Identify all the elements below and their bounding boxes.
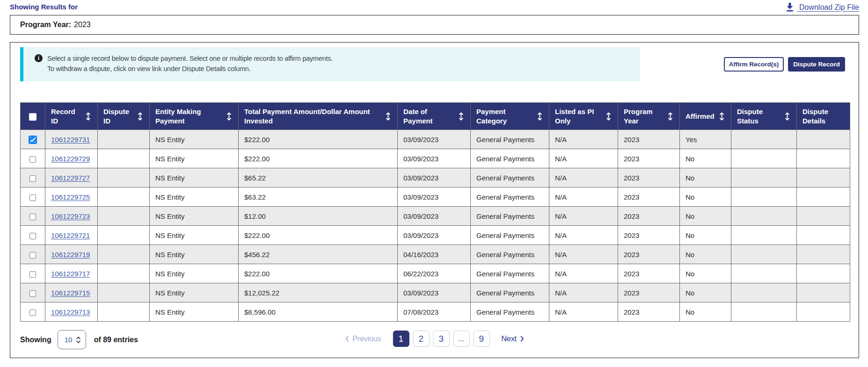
sort-icon[interactable]	[719, 112, 724, 121]
sort-icon[interactable]	[668, 112, 673, 121]
column-header-category[interactable]: Payment Category	[471, 103, 549, 130]
program_year-cell: 2023	[618, 283, 680, 302]
record-id-cell: 1061229725	[45, 187, 98, 207]
listed_pi-cell: N/A	[549, 264, 618, 283]
row-checkbox[interactable]	[29, 175, 36, 182]
column-header-program_year[interactable]: Program Year	[618, 103, 680, 130]
sort-icon[interactable]	[606, 112, 611, 121]
dispute_id-cell	[98, 264, 150, 283]
record-id-cell: 1061229717	[45, 264, 98, 283]
record-id-link[interactable]: 1061229729	[51, 155, 90, 163]
column-header-entity[interactable]: Entity Making Payment	[150, 103, 239, 130]
table-footer: Showing 10 of 89 entries Previous 123...…	[20, 330, 849, 349]
listed_pi-cell: N/A	[549, 302, 618, 322]
record-id-cell: 1061229715	[45, 283, 98, 302]
pagination-page-3[interactable]: 3	[433, 331, 449, 347]
date-cell: 03/09/2023	[398, 226, 471, 245]
amount-cell: $12.00	[239, 207, 398, 226]
listed_pi-cell: N/A	[549, 283, 618, 302]
column-header-label: Program Year	[624, 107, 661, 126]
dispute-record-button[interactable]: Dispute Record	[788, 57, 845, 72]
column-header-affirmed[interactable]: Affirmed	[680, 103, 731, 130]
download-zip-link[interactable]: Download Zip File	[786, 3, 859, 12]
sort-icon[interactable]	[86, 112, 91, 121]
column-header-label: Record ID	[51, 107, 79, 126]
row-checkbox[interactable]	[29, 194, 36, 201]
dispute_details-cell	[797, 187, 850, 207]
record-id-link[interactable]: 1061229715	[51, 289, 90, 297]
program-year-label: Program Year:	[20, 21, 71, 29]
record-id-cell: 1061229727	[45, 168, 98, 187]
pagination-next-label: Next	[501, 334, 516, 343]
entity-cell: NS Entity	[150, 130, 239, 149]
listed_pi-cell: N/A	[549, 149, 618, 168]
dispute_details-cell	[797, 207, 850, 226]
amount-cell: $12,025.22	[239, 283, 398, 302]
pagination-previous[interactable]: Previous	[345, 334, 381, 343]
category-cell: General Payments	[471, 207, 549, 226]
column-header-label: Listed as PI Only	[555, 107, 602, 126]
pagination-page-9[interactable]: 9	[473, 331, 489, 347]
amount-cell: $63.22	[239, 187, 398, 207]
row-checkbox[interactable]	[29, 233, 36, 239]
info-icon: i	[35, 54, 43, 62]
select-all-checkbox[interactable]	[29, 113, 36, 121]
program_year-cell: 2023	[618, 207, 680, 226]
record-id-link[interactable]: 1061229719	[51, 251, 90, 259]
row-checkbox[interactable]	[29, 214, 36, 220]
record-id-link[interactable]: 1061229725	[51, 193, 90, 201]
category-cell: General Payments	[471, 245, 549, 264]
row-checkbox[interactable]	[29, 271, 36, 278]
column-header-date[interactable]: Date of Payment	[398, 103, 471, 130]
column-header-listed_pi[interactable]: Listed as PI Only	[549, 103, 618, 130]
record-id-link[interactable]: 1061229731	[51, 136, 90, 144]
sort-icon[interactable]	[785, 112, 790, 121]
date-cell: 03/09/2023	[398, 168, 471, 187]
pagination: Previous 123...9 Next	[345, 329, 524, 348]
row-checkbox[interactable]	[29, 290, 36, 297]
column-header-dispute_status[interactable]: Dispute Status	[731, 103, 797, 130]
row-checkbox-cell	[21, 245, 45, 264]
record-id-link[interactable]: 1061229723	[51, 212, 90, 220]
record-id-link[interactable]: 1061229721	[51, 231, 90, 239]
entity-cell: NS Entity	[150, 283, 239, 302]
row-checkbox-checked[interactable]	[29, 136, 37, 144]
table-row: 1061229721NS Entity$222.0003/09/2023Gene…	[21, 226, 850, 245]
action-buttons: Affirm Record(s) Dispute Record	[724, 57, 845, 72]
sort-icon[interactable]	[537, 112, 542, 121]
pagination-page-1[interactable]: 1	[393, 331, 409, 347]
select-chevrons-icon	[76, 336, 81, 344]
dispute_id-cell	[98, 187, 150, 207]
column-header-amount[interactable]: Total Payment Amount/Dollar Amount Inves…	[239, 103, 398, 130]
column-header-record_id[interactable]: Record ID	[45, 103, 98, 130]
info-banner-line1: Select a single record below to dispute …	[47, 53, 333, 64]
program-year-value: 2023	[74, 21, 91, 29]
column-header-label: Dispute Status	[737, 107, 771, 126]
table-row: 1061229717NS Entity$222.0006/22/2023Gene…	[21, 264, 850, 283]
row-checkbox[interactable]	[29, 156, 36, 163]
sort-icon[interactable]	[226, 112, 232, 121]
amount-cell: $65.22	[239, 168, 398, 187]
record-id-link[interactable]: 1061229717	[51, 270, 90, 278]
entity-cell: NS Entity	[150, 168, 239, 187]
column-header-checkbox	[21, 103, 45, 130]
sort-icon[interactable]	[138, 112, 143, 121]
row-checkbox-cell	[21, 226, 45, 245]
amount-cell: $8,596.00	[239, 302, 398, 322]
row-checkbox[interactable]	[29, 252, 36, 259]
pagination-page-2[interactable]: 2	[413, 331, 429, 347]
page-size-select[interactable]: 10	[58, 330, 86, 349]
sort-icon[interactable]	[459, 112, 464, 121]
row-checkbox[interactable]	[29, 309, 36, 316]
table-row: 1061229727NS Entity$65.2203/09/2023Gener…	[21, 168, 850, 187]
pagination-next[interactable]: Next	[501, 334, 524, 343]
record-id-cell: 1061229729	[45, 149, 98, 168]
program_year-cell: 2023	[618, 226, 680, 245]
column-header-dispute_id[interactable]: Dispute ID	[98, 103, 150, 130]
sort-icon[interactable]	[386, 112, 391, 121]
affirm-records-button[interactable]: Affirm Record(s)	[724, 57, 784, 72]
entity-cell: NS Entity	[150, 245, 239, 264]
entity-cell: NS Entity	[150, 149, 239, 168]
record-id-link[interactable]: 1061229713	[51, 308, 90, 316]
record-id-link[interactable]: 1061229727	[51, 174, 90, 182]
